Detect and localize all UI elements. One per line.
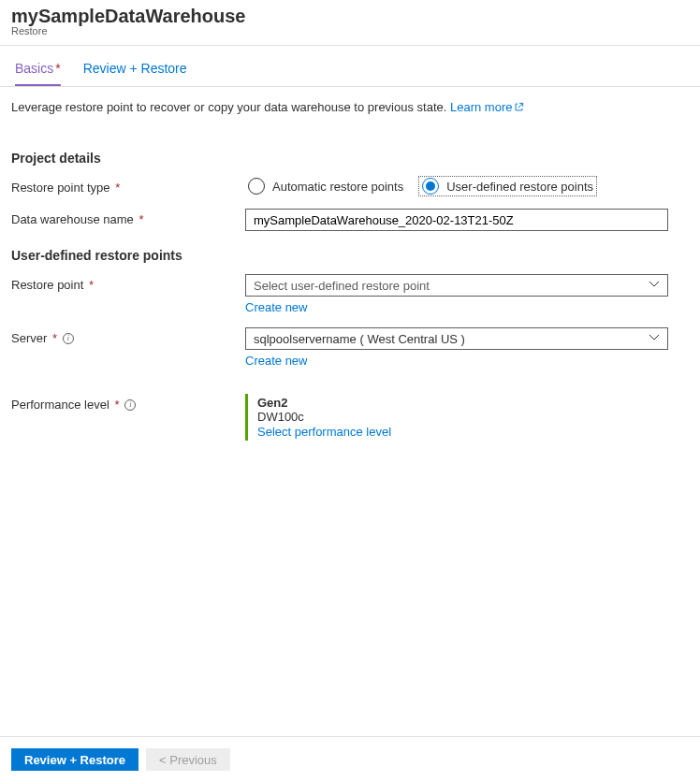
tab-basics-label: Basics <box>15 61 53 76</box>
required-asterisk: * <box>52 331 57 345</box>
info-icon[interactable]: i <box>63 333 74 344</box>
label-data-warehouse-name: Data warehouse name * <box>11 209 245 226</box>
previous-button[interactable]: < Previous <box>146 748 230 771</box>
section-project-details: Project details <box>11 151 689 166</box>
description-body: Leverage restore point to recover or cop… <box>11 100 450 114</box>
performance-level-box: Gen2 DW100c Select performance level <box>245 394 668 441</box>
label-data-warehouse-name-text: Data warehouse name <box>11 212 134 226</box>
required-asterisk: * <box>115 181 120 195</box>
required-asterisk: * <box>55 61 60 76</box>
radio-user-defined-label: User-defined restore points <box>446 180 593 194</box>
chevron-down-icon <box>649 279 660 293</box>
restore-point-placeholder: Select user-defined restore point <box>254 279 430 293</box>
label-restore-point: Restore point * <box>11 274 245 292</box>
restore-point-select[interactable]: Select user-defined restore point <box>245 274 668 297</box>
performance-tier: Gen2 <box>257 396 668 410</box>
radio-automatic-restore-points[interactable]: Automatic restore points <box>245 177 406 196</box>
label-performance-level: Performance level * i <box>11 394 245 412</box>
performance-sku: DW100c <box>257 410 668 424</box>
radio-user-defined-restore-points[interactable]: User-defined restore points <box>419 177 596 196</box>
label-server: Server * i <box>11 327 245 345</box>
label-restore-point-type-text: Restore point type <box>11 181 110 195</box>
radio-unchecked-icon <box>248 178 265 195</box>
label-restore-point-text: Restore point <box>11 278 83 292</box>
tab-review[interactable]: Review + Restore <box>83 61 187 86</box>
server-select[interactable]: sqlpoolservername ( West Central US ) <box>245 327 668 350</box>
label-server-text: Server <box>11 331 47 345</box>
section-user-defined: User-defined restore points <box>11 248 689 263</box>
review-restore-button[interactable]: Review + Restore <box>11 748 139 771</box>
select-performance-level-link[interactable]: Select performance level <box>257 425 668 439</box>
data-warehouse-name-input[interactable] <box>245 209 668 231</box>
label-performance-level-text: Performance level <box>11 398 109 412</box>
server-value: sqlpoolservername ( West Central US ) <box>254 332 465 346</box>
radio-automatic-label: Automatic restore points <box>272 180 403 194</box>
required-asterisk: * <box>114 398 119 412</box>
required-asterisk: * <box>139 212 143 226</box>
page-title: mySampleDataWarehouse <box>11 6 689 27</box>
radio-checked-icon <box>422 178 439 195</box>
learn-more-link[interactable]: Learn more <box>450 100 524 114</box>
info-icon[interactable]: i <box>124 399 136 411</box>
server-create-new-link[interactable]: Create new <box>245 354 668 368</box>
chevron-down-icon <box>649 332 660 346</box>
label-restore-point-type: Restore point type * <box>11 177 245 195</box>
footer-bar: Review + Restore < Previous <box>0 736 700 782</box>
learn-more-label: Learn more <box>450 100 512 114</box>
required-asterisk: * <box>89 278 94 292</box>
tab-bar: Basics* Review + Restore <box>0 46 700 87</box>
external-link-icon <box>514 101 524 115</box>
restore-point-create-new-link[interactable]: Create new <box>245 300 668 314</box>
description-text: Leverage restore point to recover or cop… <box>0 87 700 128</box>
tab-basics[interactable]: Basics* <box>15 61 61 86</box>
